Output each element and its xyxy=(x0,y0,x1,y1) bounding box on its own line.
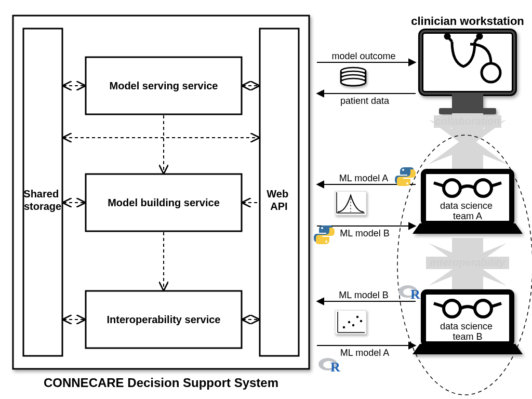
scatterplot-icon xyxy=(335,310,366,334)
database-icon xyxy=(341,68,366,86)
model-outcome-label: model outcome xyxy=(331,51,395,61)
team-a-laptop-icon: data science team A xyxy=(413,171,523,234)
model-building-label: Model building service xyxy=(108,197,220,208)
svg-point-28 xyxy=(402,169,404,171)
svg-point-30 xyxy=(321,227,323,229)
collaboration-arrow: collaboration xyxy=(429,113,507,170)
model-serving-label: Model serving service xyxy=(110,80,218,91)
r-icon: R xyxy=(398,285,420,302)
svg-point-43 xyxy=(343,326,345,328)
clinician-title: clinician workstation xyxy=(411,15,524,28)
svg-point-29 xyxy=(406,182,408,184)
team-b-laptop-icon: data science team B xyxy=(413,292,523,354)
svg-point-47 xyxy=(360,320,362,322)
ml-model-b-label-2: ML model B xyxy=(339,290,388,300)
svg-rect-3 xyxy=(452,92,483,108)
svg-point-9 xyxy=(477,34,482,38)
svg-point-44 xyxy=(348,321,350,323)
ml-model-a-label-1: ML model A xyxy=(339,173,388,183)
system-title: CONNECARE Decision Support System xyxy=(44,376,278,390)
svg-point-45 xyxy=(352,324,354,326)
python-icon xyxy=(314,225,335,244)
interoperability-arrow: interoperability xyxy=(426,238,509,291)
svg-rect-40 xyxy=(335,310,366,334)
svg-text:R: R xyxy=(410,287,420,302)
ml-model-a-label-2: ML model A xyxy=(340,348,389,358)
clinician-workstation-icon xyxy=(421,31,514,114)
patient-data-label: patient data xyxy=(340,96,390,106)
svg-point-31 xyxy=(325,241,327,243)
r-icon: R xyxy=(318,358,340,375)
svg-point-8 xyxy=(445,34,449,38)
conn-api-clinician: model outcome patient data xyxy=(317,51,416,106)
svg-text:R: R xyxy=(330,360,340,375)
interoperability-label: interoperability xyxy=(430,257,506,268)
svg-point-46 xyxy=(356,316,358,318)
architecture-diagram: Shared storage Web API Model serving ser… xyxy=(0,0,532,399)
collaboration-label: collaboration xyxy=(435,115,500,127)
distribution-icon xyxy=(335,191,366,215)
connecare-system-box: Shared storage Web API Model serving ser… xyxy=(13,16,309,369)
conn-api-team-b: ML model B ML model A xyxy=(317,290,416,358)
ml-model-b-label-1: ML model B xyxy=(340,228,389,238)
svg-rect-1 xyxy=(421,31,514,94)
interoperability-label: Interoperability service xyxy=(107,314,221,325)
